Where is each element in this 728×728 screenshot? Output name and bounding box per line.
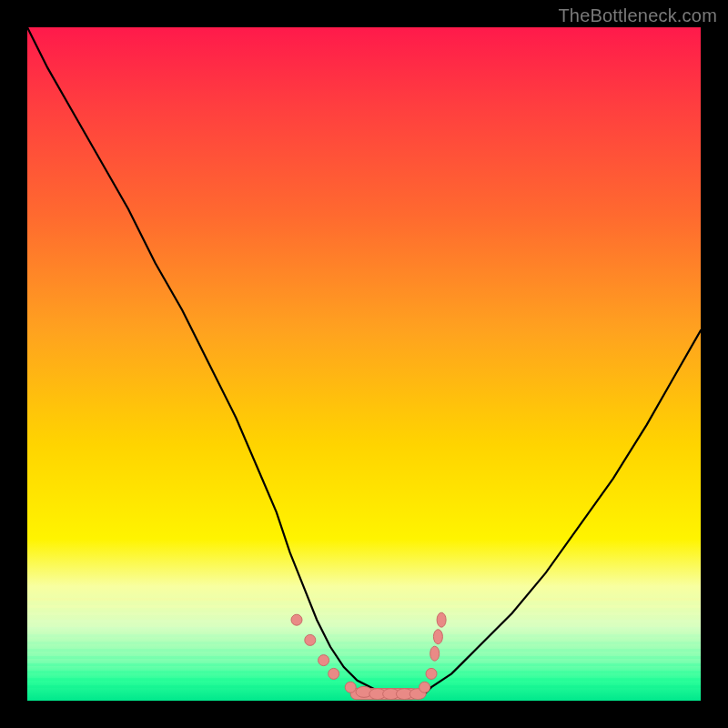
marker-dot [420,682,430,693]
plot-area [27,27,701,701]
marker-dot [318,655,329,666]
marker-dot [305,634,316,645]
marker-dot [426,668,437,679]
watermark-text: TheBottleneck.com [558,5,717,26]
curve-svg [27,27,701,701]
marker-dot [291,614,302,625]
marker-dot [433,630,442,644]
marker-dot [329,668,339,679]
bottleneck-curve [27,27,701,694]
marker-dot [437,612,446,627]
marker-dot [430,646,440,661]
marker-dot [345,682,356,693]
chart-frame: TheBottleneck.com [0,0,728,728]
